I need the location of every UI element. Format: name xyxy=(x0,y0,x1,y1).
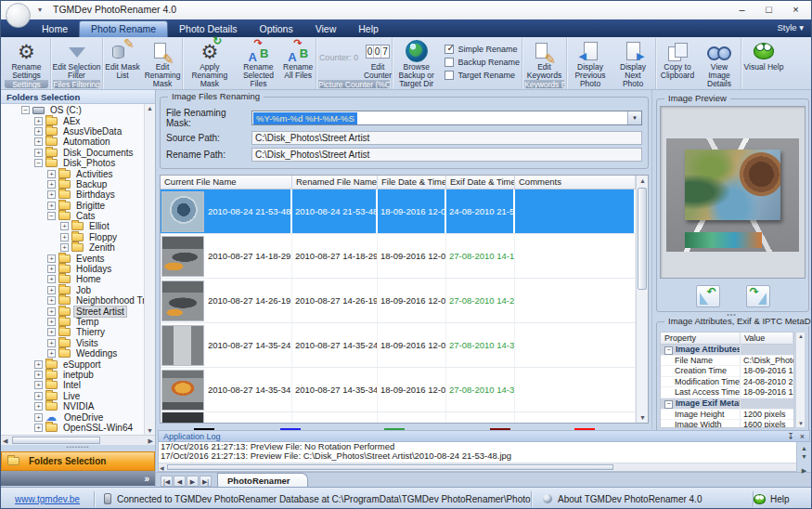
simple-rename-checkbox[interactable]: Simple Rename xyxy=(445,45,520,54)
metadata-row[interactable]: Creation Time 18-09-2016 12-... xyxy=(661,366,793,377)
quick-access-dropdown-icon[interactable]: ▾ xyxy=(38,6,42,14)
tree-item[interactable]: − OS (C:) xyxy=(1,105,144,115)
expander-icon[interactable]: + xyxy=(34,424,43,432)
maximize-button[interactable]: □ xyxy=(755,1,782,19)
table-row[interactable]: 2010-08-27 14-18-29.JPG 2010-08-27 14-18… xyxy=(161,234,636,279)
tree-item[interactable]: + Neighborhood Trees xyxy=(1,295,144,306)
scroll-up-icon[interactable]: ▲ xyxy=(801,445,807,451)
tree-item[interactable]: + Brigitte xyxy=(1,201,144,211)
scrollbar-thumb[interactable] xyxy=(12,437,100,444)
metadata-vertical-scrollbar[interactable]: ▲ ▼ xyxy=(795,332,806,428)
tree-item[interactable]: − Disk_Photos xyxy=(1,158,144,168)
metadata-row[interactable]: Last Access Time 18-09-2016 12-... xyxy=(661,387,793,398)
minimize-button[interactable]: – xyxy=(728,1,755,19)
file-renaming-mask-combobox[interactable]: %Y-%m-%d %H-%M-%S ▼ xyxy=(251,111,642,125)
display-previous-photo-button[interactable]: ◀ Display Previous Photo xyxy=(569,40,612,88)
tab-home[interactable]: Home xyxy=(31,21,79,37)
tree-horizontal-scrollbar[interactable]: ◀ ▶ xyxy=(1,435,155,445)
expander-icon[interactable]: + xyxy=(34,117,43,125)
tree-item[interactable]: + Activities xyxy=(1,168,144,178)
rename-selected-files-button[interactable]: AB↷ Rename Selected Files xyxy=(238,40,280,88)
table-row[interactable]: 2010-08-24 21-53-48.jpg 2010-08-24 21-53… xyxy=(161,189,636,234)
tree-item[interactable]: + Visits xyxy=(1,338,144,348)
expander-icon[interactable]: + xyxy=(47,339,56,347)
tree-item[interactable]: + Weddings xyxy=(1,348,144,359)
style-selector[interactable]: Style ▾ xyxy=(777,22,804,33)
scrollbar-thumb[interactable] xyxy=(638,188,647,290)
expander-icon[interactable]: + xyxy=(60,222,69,230)
metadata-row[interactable]: Modification Time 24-08-2010 21-... xyxy=(661,377,793,388)
table-vertical-scrollbar[interactable]: ▲ ▼ xyxy=(636,176,648,423)
rename-path-field[interactable]: C:\Disk_Photos\Street Artist xyxy=(251,148,642,162)
visual-help-button[interactable]: Visual Help xyxy=(743,40,785,72)
copy-to-clipboard-button[interactable]: Copy to Clipboard xyxy=(657,40,698,80)
close-button[interactable]: × xyxy=(782,1,809,19)
expander-icon[interactable]: + xyxy=(47,286,56,294)
tree-item[interactable]: + OpenSSL-Win64 xyxy=(1,423,144,433)
panel-splitter[interactable]: •••••••• xyxy=(1,445,155,451)
folders-selection-bar[interactable]: Folders Selection xyxy=(1,451,155,471)
panel-collapse-bar[interactable]: » xyxy=(1,471,155,486)
expander-icon[interactable]: + xyxy=(34,127,43,136)
app-menu-button[interactable] xyxy=(6,3,31,28)
scroll-up-icon[interactable]: ▲ xyxy=(798,333,804,339)
metadata-row[interactable]: Image Width 1600 pixels xyxy=(661,420,793,428)
expander-icon[interactable]: + xyxy=(60,233,69,241)
tree-item[interactable]: + ☁ OneDrive xyxy=(1,411,144,422)
target-rename-checkbox[interactable]: Target Rename xyxy=(445,71,520,80)
edit-keywords-button[interactable]: ✎ Edit Keywords xyxy=(522,40,566,80)
tree-item[interactable]: + Temp xyxy=(1,317,144,327)
expander-icon[interactable]: + xyxy=(34,149,43,157)
expander-icon[interactable]: + xyxy=(47,296,56,305)
expander-icon[interactable]: + xyxy=(47,202,56,210)
expander-icon[interactable]: + xyxy=(34,402,43,411)
table-row-partial[interactable] xyxy=(161,412,636,424)
tab-options[interactable]: Options xyxy=(249,21,304,37)
expander-icon[interactable]: + xyxy=(34,381,43,389)
tree-item[interactable]: + Thierry xyxy=(1,327,144,337)
tab-photo-rename[interactable]: Photo Rename xyxy=(79,20,168,37)
metadata-row[interactable]: Image Exif MetaData xyxy=(661,398,793,410)
apply-renaming-mask-button[interactable]: ⚙↻ Apply Renaming Mask xyxy=(183,40,237,88)
backup-rename-checkbox[interactable]: Backup Rename xyxy=(445,58,520,67)
expander-icon[interactable]: − xyxy=(34,159,43,167)
log-vertical-scrollbar[interactable]: ▲ ▼ ▶ xyxy=(798,443,810,472)
tree-item[interactable]: + AsusVibeData xyxy=(1,126,144,137)
column-header[interactable]: Comments xyxy=(515,176,636,189)
expander-icon[interactable]: − xyxy=(21,106,30,114)
tree-item[interactable]: + Home xyxy=(1,274,144,284)
tab-view[interactable]: View xyxy=(304,21,348,37)
scroll-down-icon[interactable]: ▼ xyxy=(798,421,804,426)
last-tab-button[interactable]: ▶| xyxy=(200,476,212,487)
tree-item[interactable]: + Holidays xyxy=(1,264,144,274)
metadata-row[interactable]: Image Attributes xyxy=(661,345,793,356)
expander-icon[interactable]: + xyxy=(34,413,43,422)
metadata-row[interactable]: Image Height 1200 pixels xyxy=(661,410,793,421)
column-header[interactable]: Renamed File Name xyxy=(292,176,378,189)
tab-help[interactable]: Help xyxy=(347,21,390,37)
expander-icon[interactable]: + xyxy=(34,392,43,400)
tree-item[interactable]: + Disk_Documents xyxy=(1,148,144,158)
expander-icon[interactable]: + xyxy=(47,170,56,178)
log-body[interactable]: 17/Oct/2016 21:27:13: PreView File: No R… xyxy=(158,442,797,472)
table-row[interactable]: 2010-08-27 14-35-24.jpg 2010-08-27 14-35… xyxy=(161,323,636,368)
website-link[interactable]: www.tgmdev.be xyxy=(1,494,94,504)
tree-item[interactable]: + AEx xyxy=(1,115,144,125)
expander-icon[interactable]: + xyxy=(60,243,69,252)
expander-icon[interactable]: + xyxy=(47,328,56,336)
scroll-up-icon[interactable]: ▲ xyxy=(147,105,153,111)
column-header[interactable]: File Date & Time xyxy=(378,176,446,189)
edit-mask-list-button[interactable]: ✎ Edit Mask List xyxy=(103,40,142,80)
rename-settings-button[interactable]: ⚙ Rename Settings xyxy=(3,40,50,80)
expander-icon[interactable]: + xyxy=(34,371,43,379)
scroll-up-icon[interactable]: ▲ xyxy=(639,177,646,184)
scroll-down-icon[interactable]: ▼ xyxy=(639,414,646,421)
next-tab-button[interactable]: ▶ xyxy=(187,476,199,487)
expander-icon[interactable]: + xyxy=(34,137,43,146)
tree-item[interactable]: + inetpub xyxy=(1,370,144,380)
tree-item[interactable]: + Zenith xyxy=(1,242,144,253)
tree-item[interactable]: + Backup xyxy=(1,179,144,189)
scroll-left-icon[interactable]: ◀ xyxy=(3,437,7,445)
pin-icon[interactable]: ↧ xyxy=(787,432,794,441)
combobox-dropdown-icon[interactable]: ▼ xyxy=(627,111,641,124)
